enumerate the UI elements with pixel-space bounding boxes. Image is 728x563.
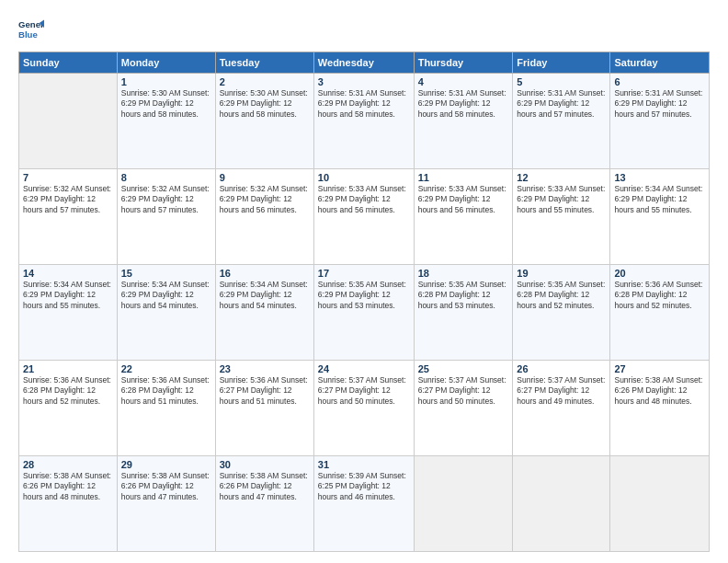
- day-number: 2: [220, 76, 310, 87]
- logo: General Blue: [18, 17, 48, 42]
- day-cell: 8Sunrise: 5:32 AM Sunset: 6:29 PM Daylig…: [117, 169, 215, 265]
- day-cell: 2Sunrise: 5:30 AM Sunset: 6:29 PM Daylig…: [215, 74, 313, 169]
- calendar-table: SundayMondayTuesdayWednesdayThursdayFrid…: [18, 52, 710, 552]
- day-cell: 23Sunrise: 5:36 AM Sunset: 6:27 PM Dayli…: [215, 361, 313, 456]
- day-cell: 17Sunrise: 5:35 AM Sunset: 6:29 PM Dayli…: [313, 265, 414, 361]
- day-cell: [19, 74, 118, 169]
- header: General Blue: [18, 17, 710, 42]
- day-number: 16: [220, 268, 310, 279]
- day-info: Sunrise: 5:30 AM Sunset: 6:29 PM Dayligh…: [220, 88, 310, 120]
- day-number: 25: [418, 363, 509, 374]
- day-cell: 12Sunrise: 5:33 AM Sunset: 6:29 PM Dayli…: [513, 169, 610, 265]
- day-info: Sunrise: 5:36 AM Sunset: 6:28 PM Dayligh…: [23, 375, 113, 407]
- day-info: Sunrise: 5:39 AM Sunset: 6:25 PM Dayligh…: [318, 471, 410, 502]
- day-number: 17: [318, 268, 410, 279]
- day-cell: 1Sunrise: 5:30 AM Sunset: 6:29 PM Daylig…: [117, 74, 215, 169]
- day-info: Sunrise: 5:37 AM Sunset: 6:27 PM Dayligh…: [318, 375, 410, 407]
- day-header-friday: Friday: [513, 52, 610, 74]
- day-cell: 3Sunrise: 5:31 AM Sunset: 6:29 PM Daylig…: [313, 74, 414, 169]
- week-row-1: 1Sunrise: 5:30 AM Sunset: 6:29 PM Daylig…: [19, 74, 710, 169]
- day-cell: 7Sunrise: 5:32 AM Sunset: 6:29 PM Daylig…: [19, 169, 118, 265]
- day-header-wednesday: Wednesday: [313, 52, 414, 74]
- day-cell: 22Sunrise: 5:36 AM Sunset: 6:28 PM Dayli…: [117, 361, 215, 456]
- day-number: 8: [121, 172, 211, 183]
- svg-text:General: General: [18, 19, 44, 29]
- day-cell: 30Sunrise: 5:38 AM Sunset: 6:26 PM Dayli…: [215, 456, 313, 552]
- day-cell: 24Sunrise: 5:37 AM Sunset: 6:27 PM Dayli…: [313, 361, 414, 456]
- day-cell: 29Sunrise: 5:38 AM Sunset: 6:26 PM Dayli…: [117, 456, 215, 552]
- day-number: 9: [220, 172, 310, 183]
- logo-icon: General Blue: [18, 17, 44, 42]
- day-number: 11: [418, 172, 509, 183]
- day-number: 14: [23, 268, 113, 279]
- day-header-saturday: Saturday: [610, 52, 710, 74]
- day-cell: 14Sunrise: 5:34 AM Sunset: 6:29 PM Dayli…: [19, 265, 118, 361]
- day-cell: 11Sunrise: 5:33 AM Sunset: 6:29 PM Dayli…: [414, 169, 513, 265]
- day-number: 1: [121, 76, 211, 87]
- week-row-3: 14Sunrise: 5:34 AM Sunset: 6:29 PM Dayli…: [19, 265, 710, 361]
- day-cell: 15Sunrise: 5:34 AM Sunset: 6:29 PM Dayli…: [117, 265, 215, 361]
- day-number: 19: [517, 268, 606, 279]
- day-info: Sunrise: 5:38 AM Sunset: 6:26 PM Dayligh…: [220, 471, 310, 502]
- day-number: 13: [614, 172, 705, 183]
- day-info: Sunrise: 5:35 AM Sunset: 6:28 PM Dayligh…: [517, 280, 606, 311]
- day-info: Sunrise: 5:36 AM Sunset: 6:27 PM Dayligh…: [220, 375, 310, 407]
- day-number: 24: [318, 363, 410, 374]
- day-info: Sunrise: 5:36 AM Sunset: 6:28 PM Dayligh…: [121, 375, 211, 407]
- day-cell: [414, 456, 513, 552]
- day-cell: 31Sunrise: 5:39 AM Sunset: 6:25 PM Dayli…: [313, 456, 414, 552]
- day-cell: 26Sunrise: 5:37 AM Sunset: 6:27 PM Dayli…: [513, 361, 610, 456]
- day-info: Sunrise: 5:34 AM Sunset: 6:29 PM Dayligh…: [614, 184, 705, 215]
- week-row-2: 7Sunrise: 5:32 AM Sunset: 6:29 PM Daylig…: [19, 169, 710, 265]
- day-number: 30: [220, 459, 310, 470]
- day-number: 23: [220, 363, 310, 374]
- svg-text:Blue: Blue: [18, 29, 38, 40]
- day-info: Sunrise: 5:32 AM Sunset: 6:29 PM Dayligh…: [220, 184, 310, 215]
- day-cell: 28Sunrise: 5:38 AM Sunset: 6:26 PM Dayli…: [19, 456, 118, 552]
- day-cell: 27Sunrise: 5:38 AM Sunset: 6:26 PM Dayli…: [610, 361, 710, 456]
- day-info: Sunrise: 5:37 AM Sunset: 6:27 PM Dayligh…: [418, 375, 509, 407]
- day-info: Sunrise: 5:31 AM Sunset: 6:29 PM Dayligh…: [517, 88, 606, 120]
- day-number: 20: [614, 268, 705, 279]
- day-info: Sunrise: 5:30 AM Sunset: 6:29 PM Dayligh…: [121, 88, 211, 120]
- day-info: Sunrise: 5:35 AM Sunset: 6:29 PM Dayligh…: [318, 280, 410, 311]
- day-header-monday: Monday: [117, 52, 215, 74]
- day-info: Sunrise: 5:34 AM Sunset: 6:29 PM Dayligh…: [23, 280, 113, 311]
- day-number: 21: [23, 363, 113, 374]
- day-info: Sunrise: 5:35 AM Sunset: 6:28 PM Dayligh…: [418, 280, 509, 311]
- day-info: Sunrise: 5:32 AM Sunset: 6:29 PM Dayligh…: [23, 184, 113, 215]
- day-number: 26: [517, 363, 606, 374]
- day-info: Sunrise: 5:31 AM Sunset: 6:29 PM Dayligh…: [614, 88, 705, 120]
- day-cell: 6Sunrise: 5:31 AM Sunset: 6:29 PM Daylig…: [610, 74, 710, 169]
- day-number: 29: [121, 459, 211, 470]
- day-number: 18: [418, 268, 509, 279]
- day-cell: 13Sunrise: 5:34 AM Sunset: 6:29 PM Dayli…: [610, 169, 710, 265]
- day-cell: 20Sunrise: 5:36 AM Sunset: 6:28 PM Dayli…: [610, 265, 710, 361]
- day-info: Sunrise: 5:34 AM Sunset: 6:29 PM Dayligh…: [220, 280, 310, 311]
- day-info: Sunrise: 5:38 AM Sunset: 6:26 PM Dayligh…: [121, 471, 211, 502]
- day-cell: [610, 456, 710, 552]
- day-header-thursday: Thursday: [414, 52, 513, 74]
- day-info: Sunrise: 5:36 AM Sunset: 6:28 PM Dayligh…: [614, 280, 705, 311]
- day-number: 6: [614, 76, 705, 87]
- day-number: 22: [121, 363, 211, 374]
- day-info: Sunrise: 5:37 AM Sunset: 6:27 PM Dayligh…: [517, 375, 606, 407]
- day-number: 5: [517, 76, 606, 87]
- day-info: Sunrise: 5:31 AM Sunset: 6:29 PM Dayligh…: [318, 88, 410, 120]
- day-cell: 21Sunrise: 5:36 AM Sunset: 6:28 PM Dayli…: [19, 361, 118, 456]
- day-info: Sunrise: 5:33 AM Sunset: 6:29 PM Dayligh…: [418, 184, 509, 215]
- week-row-4: 21Sunrise: 5:36 AM Sunset: 6:28 PM Dayli…: [19, 361, 710, 456]
- day-cell: 5Sunrise: 5:31 AM Sunset: 6:29 PM Daylig…: [513, 74, 610, 169]
- day-info: Sunrise: 5:33 AM Sunset: 6:29 PM Dayligh…: [318, 184, 410, 215]
- page: General Blue SundayMondayTuesdayWednesda…: [0, 0, 728, 563]
- day-info: Sunrise: 5:38 AM Sunset: 6:26 PM Dayligh…: [23, 471, 113, 502]
- day-number: 4: [418, 76, 509, 87]
- day-cell: 4Sunrise: 5:31 AM Sunset: 6:29 PM Daylig…: [414, 74, 513, 169]
- day-number: 10: [318, 172, 410, 183]
- day-info: Sunrise: 5:32 AM Sunset: 6:29 PM Dayligh…: [121, 184, 211, 215]
- day-number: 27: [614, 363, 705, 374]
- day-number: 7: [23, 172, 113, 183]
- day-header-sunday: Sunday: [19, 52, 118, 74]
- day-header-tuesday: Tuesday: [215, 52, 313, 74]
- header-row: SundayMondayTuesdayWednesdayThursdayFrid…: [19, 52, 710, 74]
